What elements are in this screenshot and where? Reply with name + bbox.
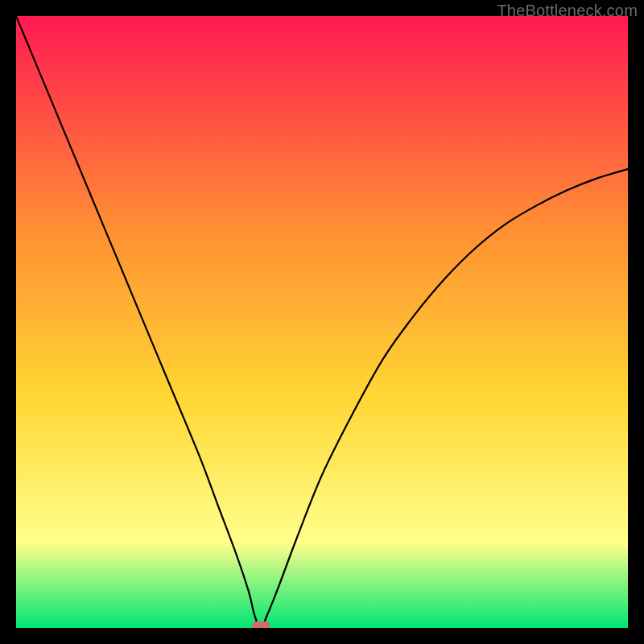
plot-area: [16, 16, 628, 628]
chart-svg: [16, 16, 628, 628]
chart-frame: TheBottleneck.com: [0, 0, 644, 644]
minimum-marker: [252, 621, 270, 628]
gradient-background: [16, 16, 628, 628]
